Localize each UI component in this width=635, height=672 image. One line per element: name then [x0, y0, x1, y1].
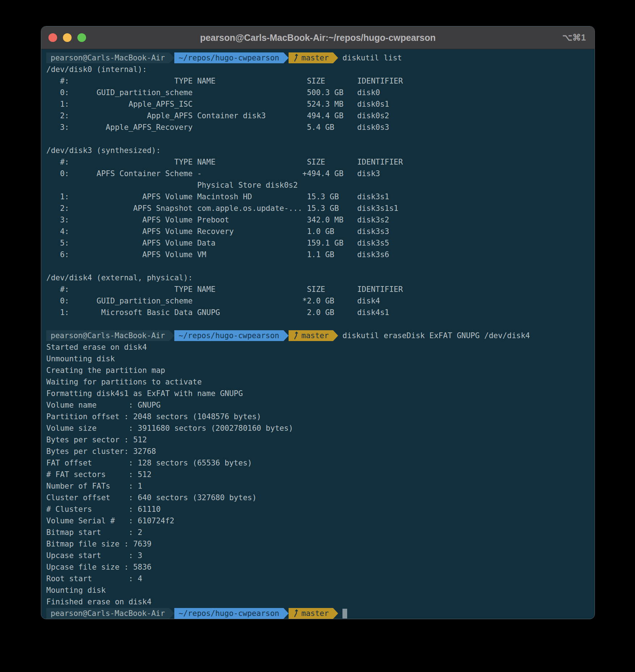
output-line: Mounting disk — [46, 584, 594, 596]
powerline-separator-icon — [333, 52, 338, 63]
output-line: Physical Store disk0s2 — [46, 179, 594, 191]
output-line: Bytes per cluster: 32768 — [46, 446, 594, 457]
output-line: Formatting disk4s1 as ExFAT with name GN… — [46, 388, 594, 399]
output-line: Bytes per sector : 512 — [46, 434, 594, 446]
output-line: 0: APFS Container Scheme - +494.4 GB dis… — [46, 168, 594, 179]
output-line: Number of FATs : 1 — [46, 480, 594, 492]
prompt-line: pearson@Carls-MacBook-Air~/repos/hugo-cw… — [46, 52, 594, 64]
powerline-separator-icon — [333, 608, 338, 619]
output-line: Cluster offset : 640 sectors (327680 byt… — [46, 492, 594, 503]
git-branch-name: master — [301, 52, 329, 64]
prompt-user-host: pearson@Carls-MacBook-Air — [46, 608, 169, 619]
output-line: 2: Apple_APFS Container disk3 494.4 GB d… — [46, 110, 594, 122]
output-line: Root start : 4 — [46, 573, 594, 584]
blank-line — [46, 260, 594, 272]
git-branch-icon — [293, 54, 298, 62]
output-line: /dev/disk4 (external, physical): — [46, 272, 594, 284]
prompt-user-host: pearson@Carls-MacBook-Air — [46, 330, 169, 341]
output-line: 0: GUID_partition_scheme 500.3 GB disk0 — [46, 87, 594, 98]
powerline-separator-icon — [284, 52, 289, 63]
window-shortcut-badge: ⌥⌘1 — [562, 33, 594, 43]
minimize-button[interactable] — [63, 33, 72, 42]
powerline-separator-icon — [333, 330, 338, 341]
output-line: Volume size : 3911680 sectors (200278016… — [46, 422, 594, 434]
prompt-directory: ~/repos/hugo-cwpearson — [174, 52, 284, 63]
git-branch-icon — [293, 331, 298, 340]
prompt-directory: ~/repos/hugo-cwpearson — [174, 608, 284, 619]
output-line: Finished erase on disk4 — [46, 596, 594, 608]
output-line: 2: APFS Snapshot com.apple.os.update-...… — [46, 203, 594, 214]
output-line: #: TYPE NAME SIZE IDENTIFIER — [46, 284, 594, 295]
command-text: diskutil eraseDisk ExFAT GNUPG /dev/disk… — [342, 330, 530, 341]
output-line: #: TYPE NAME SIZE IDENTIFIER — [46, 75, 594, 87]
prompt-git-segment: master — [289, 330, 333, 341]
output-line: Waiting for partitions to activate — [46, 376, 594, 388]
blank-line — [46, 318, 594, 330]
powerline-separator-icon — [169, 608, 174, 619]
terminal-window: pearson@Carls-MacBook-Air:~/repos/hugo-c… — [41, 26, 595, 619]
output-line: Bitmap start : 2 — [46, 527, 594, 538]
output-line: Upcase file size : 5836 — [46, 561, 594, 573]
zoom-button[interactable] — [77, 33, 86, 42]
prompt-line: pearson@Carls-MacBook-Air~/repos/hugo-cw… — [46, 608, 594, 619]
output-line: /dev/disk3 (synthesized): — [46, 145, 594, 156]
git-branch-name: master — [301, 330, 329, 341]
terminal-cursor — [342, 609, 347, 618]
powerline-separator-icon — [284, 608, 289, 619]
terminal-screen[interactable]: pearson@Carls-MacBook-Air~/repos/hugo-cw… — [41, 49, 594, 619]
output-line: Unmounting disk — [46, 353, 594, 365]
powerline-separator-icon — [169, 330, 174, 341]
output-line: # Clusters : 61110 — [46, 503, 594, 515]
blank-line — [46, 133, 594, 145]
output-line: 1: APFS Volume Macintosh HD 15.3 GB disk… — [46, 191, 594, 203]
close-button[interactable] — [48, 33, 57, 42]
prompt-directory: ~/repos/hugo-cwpearson — [174, 330, 284, 341]
output-line: Started erase on disk4 — [46, 341, 594, 353]
powerline-separator-icon — [284, 330, 289, 341]
output-line: 4: APFS Volume Recovery 1.0 GB disk3s3 — [46, 226, 594, 237]
prompt-git-segment: master — [289, 608, 333, 619]
output-line: 3: APFS Volume Preboot 342.0 MB disk3s2 — [46, 214, 594, 226]
powerline-separator-icon — [169, 52, 174, 63]
output-line: /dev/disk0 (internal): — [46, 64, 594, 75]
output-line: Partition offset : 2048 sectors (1048576… — [46, 411, 594, 422]
output-line: 0: GUID_partition_scheme *2.0 GB disk4 — [46, 295, 594, 307]
window-title: pearson@Carls-MacBook-Air:~/repos/hugo-c… — [41, 33, 594, 43]
traffic-lights — [41, 33, 86, 42]
output-line: #: TYPE NAME SIZE IDENTIFIER — [46, 156, 594, 168]
command-text: diskutil list — [342, 52, 402, 64]
output-line: 3: Apple_APFS_Recovery 5.4 GB disk0s3 — [46, 122, 594, 133]
titlebar[interactable]: pearson@Carls-MacBook-Air:~/repos/hugo-c… — [41, 26, 594, 49]
output-line: Bitmap file size : 7639 — [46, 538, 594, 550]
output-line: Creating the partition map — [46, 365, 594, 376]
prompt-git-segment: master — [289, 52, 333, 63]
output-line: 1: Apple_APFS_ISC 524.3 MB disk0s1 — [46, 98, 594, 110]
output-line: Volume name : GNUPG — [46, 399, 594, 411]
output-line: FAT offset : 128 sectors (65536 bytes) — [46, 457, 594, 469]
prompt-user-host: pearson@Carls-MacBook-Air — [46, 52, 169, 63]
output-line: 5: APFS Volume Data 159.1 GB disk3s5 — [46, 237, 594, 249]
git-branch-name: master — [301, 608, 329, 619]
output-line: 1: Microsoft Basic Data GNUPG 2.0 GB dis… — [46, 307, 594, 318]
output-line: Upcase start : 3 — [46, 550, 594, 561]
output-line: # FAT sectors : 512 — [46, 469, 594, 480]
output-line: 6: APFS Volume VM 1.1 GB disk3s6 — [46, 249, 594, 260]
prompt-line: pearson@Carls-MacBook-Air~/repos/hugo-cw… — [46, 330, 594, 341]
output-line: Volume Serial # : 610724f2 — [46, 515, 594, 527]
git-branch-icon — [293, 609, 298, 618]
